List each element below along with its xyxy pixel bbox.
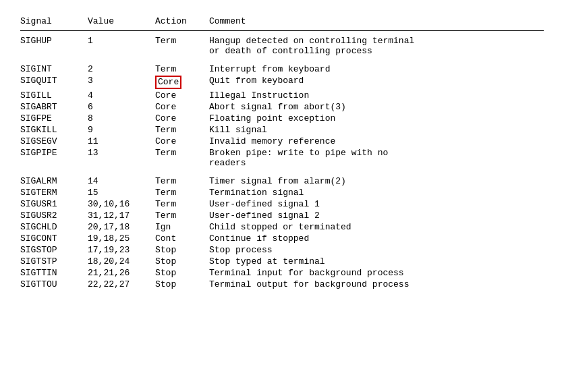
cell-signal: SIGKILL [20,125,88,135]
cell-signal: SIGABRT [20,102,88,112]
cell-action: Core [155,113,209,123]
cell-action: Term [155,125,209,135]
cell-comment: Terminal output for background process [209,279,544,289]
cell-comment: User-defined signal 1 [209,199,544,209]
cell-value: 22,22,27 [88,279,155,289]
table-header: Signal Value Action Comment [20,13,544,29]
cell-action: Stop [155,268,209,278]
cell-signal: SIGCONT [20,233,88,244]
cell-signal: SIGUSR1 [20,199,88,209]
header-signal: Signal [20,16,88,26]
cell-value: 20,17,18 [88,222,155,232]
header-value: Value [88,16,155,26]
cell-action: Stop [155,256,209,267]
cell-signal: SIGSEGV [20,136,88,146]
table-row: SIGHUP1TermHangup detected on controllin… [20,35,544,57]
table-row: SIGUSR231,12,17TermUser-defined signal 2 [20,210,544,221]
cell-value: 3 [88,76,155,86]
table-row: SIGALRM14TermTimer signal from alarm(2) [20,175,544,187]
cell-comment: Stop typed at terminal [209,256,544,267]
cell-signal: SIGUSR2 [20,211,88,221]
signals-table: Signal Value Action Comment SIGHUP1TermH… [20,13,544,290]
cell-signal: SIGTERM [20,188,88,198]
table-row: SIGPIPE13TermBroken pipe: write to pipe … [20,147,544,169]
cell-signal: SIGHUP [20,36,88,46]
header-action: Action [155,16,209,26]
cell-action: Core [155,102,209,112]
cell-action: Term [155,176,209,186]
table-row: SIGABRT6CoreAbort signal from abort(3) [20,101,544,113]
cell-value: 9 [88,125,155,135]
cell-action: Term [155,64,209,74]
cell-signal: SIGILL [20,90,88,101]
header-comment: Comment [209,16,544,26]
highlighted-action: Core [155,76,181,89]
cell-comment: Illegal Instruction [209,90,544,101]
table-row: SIGUSR130,10,16TermUser-defined signal 1 [20,198,544,210]
cell-signal: SIGINT [20,64,88,74]
cell-value: 4 [88,90,155,101]
cell-action: Core [155,90,209,101]
table-row: SIGSTOP17,19,23StopStop process [20,244,544,256]
cell-action: Ign [155,222,209,232]
cell-value: 18,20,24 [88,256,155,267]
cell-action: Term [155,199,209,209]
cell-value: 1 [88,36,155,46]
cell-action: Stop [155,279,209,289]
cell-action: Term [155,148,209,158]
comment-line: or death of controlling process [209,46,544,56]
cell-signal: SIGTTIN [20,268,88,278]
cell-comment: Terminal input for background process [209,268,544,278]
comment-line: Broken pipe: write to pipe with no [209,148,544,158]
cell-value: 19,18,25 [88,233,155,244]
cell-value: 13 [88,148,155,158]
cell-value: 8 [88,113,155,123]
table-divider [20,30,544,31]
cell-value: 2 [88,64,155,74]
cell-action: Stop [155,245,209,255]
cell-value: 17,19,23 [88,245,155,255]
cell-signal: SIGCHLD [20,222,88,232]
table-row: SIGKILL9TermKill signal [20,124,544,136]
cell-comment: Abort signal from abort(3) [209,102,544,112]
cell-comment: Child stopped or terminated [209,222,544,232]
table-body: SIGHUP1TermHangup detected on controllin… [20,35,544,290]
cell-signal: SIGTSTP [20,256,88,267]
table-row: SIGTSTP18,20,24StopStop typed at termina… [20,256,544,267]
comment-line: readers [209,158,544,168]
cell-signal: SIGPIPE [20,148,88,158]
cell-value: 11 [88,136,155,146]
table-row: SIGILL4CoreIllegal Instruction [20,90,544,101]
cell-comment: Floating point exception [209,113,544,123]
cell-signal: SIGSTOP [20,245,88,255]
cell-comment: Invalid memory reference [209,136,544,146]
table-row: SIGTTIN21,21,26StopTerminal input for ba… [20,267,544,279]
cell-value: 6 [88,102,155,112]
cell-value: 14 [88,176,155,186]
cell-action: Cont [155,233,209,244]
table-row-spacer [20,169,544,175]
cell-comment: User-defined signal 2 [209,211,544,221]
cell-action: Core [155,136,209,146]
table-row: SIGCHLD20,17,18IgnChild stopped or termi… [20,221,544,233]
cell-action: Term [155,188,209,198]
cell-signal: SIGFPE [20,113,88,123]
table-row: SIGFPE8CoreFloating point exception [20,113,544,124]
table-row: SIGCONT19,18,25ContContinue if stopped [20,233,544,244]
cell-value: 31,12,17 [88,211,155,221]
table-row: SIGQUIT3CoreQuit from keyboard [20,75,544,90]
cell-comment: Quit from keyboard [209,76,544,86]
table-row: SIGTERM15TermTermination signal [20,187,544,198]
cell-action: Core [155,76,209,89]
cell-value: 21,21,26 [88,268,155,278]
cell-signal: SIGALRM [20,176,88,186]
table-row: SIGINT2TermInterrupt from keyboard [20,63,544,75]
cell-comment: Termination signal [209,188,544,198]
cell-action: Term [155,36,209,46]
cell-signal: SIGTTOU [20,279,88,289]
cell-value: 30,10,16 [88,199,155,209]
cell-value: 15 [88,188,155,198]
table-row-spacer [20,57,544,63]
cell-comment: Hangup detected on controlling terminalo… [209,36,544,56]
comment-line: Hangup detected on controlling terminal [209,36,544,46]
